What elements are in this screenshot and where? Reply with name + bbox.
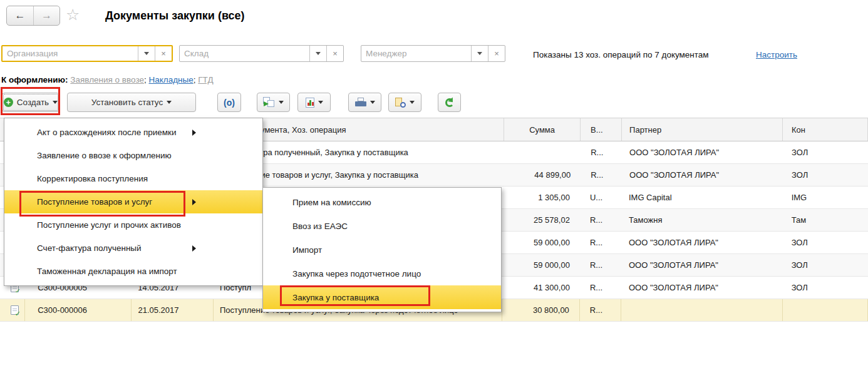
partner-cell: Таможня (621, 215, 783, 225)
column-header-currency[interactable]: В... (581, 118, 622, 141)
to-register-label: К оформлению: (1, 75, 68, 84)
currency-cell: U... (580, 193, 621, 202)
create-based-on-icon (263, 97, 275, 108)
chevron-down-icon (316, 52, 321, 55)
warehouse-input[interactable] (180, 46, 309, 61)
link-nakladnye[interactable]: Накладные (149, 75, 194, 84)
chevron-down-icon (477, 52, 482, 55)
contractor-cell: ЗОЛ (783, 283, 868, 292)
menu-item-label: Корректировка поступления (37, 174, 148, 183)
clear-icon: × (494, 49, 499, 58)
menu-item-label: Импорт (292, 245, 322, 255)
manager-dropdown-button[interactable] (471, 46, 488, 61)
submenu-item-0[interactable]: Прием на комиссию (263, 190, 501, 214)
currency-cell: R... (581, 148, 622, 157)
menu-item-4[interactable]: Поступление услуг и прочих активов (4, 213, 262, 237)
partner-cell: ООО "ЗОЛОТАЯ ЛИРА" (622, 148, 783, 157)
submenu-arrow-icon (192, 245, 196, 252)
organization-filter: × (1, 45, 173, 62)
contractor-cell: IMG (783, 193, 868, 202)
configure-link[interactable]: Настроить (756, 50, 797, 59)
currency-cell: R... (580, 260, 621, 270)
currency-cell: R... (580, 299, 621, 321)
warehouse-dropdown-button[interactable] (309, 46, 326, 61)
sum-cell: 25 578,02 (502, 215, 580, 225)
submenu-item-3[interactable]: Закупка через подотчетное лицо (263, 262, 501, 285)
back-button[interactable]: ← (7, 6, 33, 25)
link-gtd[interactable]: ГТД (198, 75, 213, 84)
menu-item-6[interactable]: Таможенная декларация на импорт (4, 260, 262, 283)
warehouse-clear-button[interactable]: × (326, 46, 343, 61)
manager-clear-button[interactable]: × (488, 46, 505, 61)
favorite-star-icon[interactable]: ☆ (66, 7, 80, 23)
chevron-down-icon (279, 101, 284, 104)
menu-item-1[interactable]: Заявление о ввозе к оформлению (4, 144, 262, 167)
warehouse-filter: × (179, 45, 344, 62)
set-status-button[interactable]: Установить статус (67, 93, 196, 112)
menu-item-label: Поступление услуг и прочих активов (37, 220, 181, 230)
discussions-button[interactable]: (ο) (217, 93, 241, 112)
create-button-label: Создать (17, 98, 49, 107)
discussions-icon: (ο) (224, 98, 235, 108)
document-status-cell: ✓ (0, 299, 25, 321)
organization-clear-button[interactable]: × (155, 46, 172, 61)
separator: ; (194, 75, 196, 84)
reports-button[interactable] (297, 93, 331, 112)
column-header-sum[interactable]: Сумма (504, 118, 581, 141)
menu-item-label: Прием на комиссию (292, 198, 371, 207)
to-register-line: К оформлению: Заявления о ввозе; Накладн… (1, 75, 214, 84)
submenu-arrow-icon (192, 199, 196, 205)
partner-cell: ООО "ЗОЛОТАЯ ЛИРА" (621, 260, 783, 270)
create-dropdown-menu: Акт о расхождениях после приемкиЗаявлени… (4, 118, 263, 286)
chevron-down-icon (410, 101, 415, 104)
sum-cell: 41 300,00 (502, 283, 580, 292)
menu-item-3[interactable]: Поступление товаров и услуг (4, 190, 262, 213)
sum-cell: 59 000,00 (502, 260, 580, 270)
create-based-on-button[interactable] (257, 93, 290, 112)
submenu-item-4[interactable]: Закупка у поставщика (263, 285, 501, 309)
number-cell: С300-000006 (25, 299, 132, 321)
refresh-button[interactable] (438, 93, 461, 112)
menu-item-label: Акт о расхождениях после приемки (37, 128, 177, 137)
organization-dropdown-button[interactable] (138, 46, 155, 61)
printer-icon (355, 98, 366, 107)
submenu-item-2[interactable]: Импорт (263, 238, 501, 262)
contractor-cell: ЗОЛ (783, 238, 868, 247)
partner-cell: ООО "ЗОЛОТАЯ ЛИРА" (622, 170, 783, 180)
submenu-item-1[interactable]: Ввоз из ЕАЭС (263, 214, 501, 238)
chevron-down-icon (53, 101, 58, 104)
sum-cell: 59 000,00 (502, 238, 580, 247)
forward-button[interactable]: → (33, 6, 59, 25)
report-chart-icon (306, 98, 314, 108)
submenu-arrow-icon (192, 130, 196, 136)
print-button[interactable] (348, 93, 381, 112)
menu-item-label: Таможенная декларация на импорт (37, 267, 177, 276)
contractor-cell: ЗОЛ (783, 170, 868, 180)
clear-icon: × (333, 49, 338, 58)
link-zayavleniya-o-vvoze[interactable]: Заявления о ввозе (70, 75, 144, 84)
menu-item-5[interactable]: Счет-фактура полученный (4, 237, 262, 260)
chevron-down-icon (370, 101, 375, 104)
periodic-documents-button[interactable] (388, 93, 421, 112)
partner-cell: ООО "ЗОЛОТАЯ ЛИРА" (621, 238, 783, 247)
create-button[interactable]: + Создать (2, 93, 59, 112)
chevron-down-icon (318, 101, 323, 104)
sum-cell: 30 800,00 (502, 299, 580, 321)
column-header-partner[interactable]: Партнер (622, 118, 783, 141)
set-status-label: Установить статус (91, 98, 163, 107)
partner-cell: IMG Capital (621, 193, 783, 202)
manager-input[interactable] (361, 46, 471, 61)
menu-item-0[interactable]: Акт о расхождениях после приемки (4, 121, 262, 144)
document-clock-icon (395, 98, 406, 108)
back-arrow-icon: ← (15, 9, 26, 22)
menu-item-2[interactable]: Корректировка поступления (4, 167, 262, 190)
manager-filter: × (361, 45, 505, 62)
chevron-down-icon (167, 101, 172, 104)
organization-input[interactable] (3, 46, 138, 61)
sum-cell: 44 899,00 (504, 170, 581, 180)
contractor-cell: ЗОЛ (783, 260, 868, 270)
contractor-cell: ЗОЛ (783, 148, 868, 157)
menu-item-label: Поступление товаров и услуг (37, 197, 152, 207)
partner-cell: ООО "ЗОЛОТАЯ ЛИРА" (621, 283, 783, 292)
column-header-contractor[interactable]: Кон (783, 118, 868, 141)
